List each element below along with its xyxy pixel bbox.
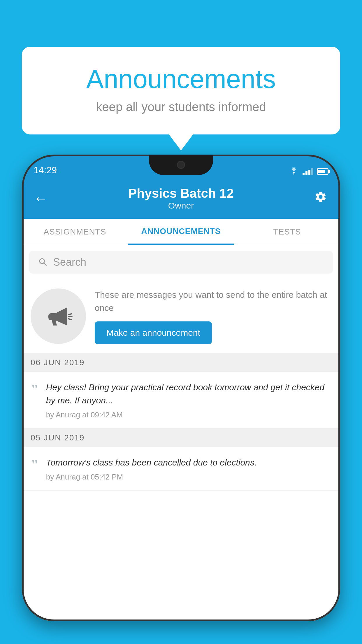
promo-description: These are messages you want to send to t… bbox=[95, 288, 331, 314]
speech-bubble-subtitle: keep all your students informed bbox=[42, 100, 320, 114]
date-separator-1: 06 JUN 2019 bbox=[22, 353, 340, 372]
speech-bubble-container: Announcements keep all your students inf… bbox=[22, 47, 340, 134]
app-content: 14:29 bbox=[22, 155, 340, 621]
search-icon bbox=[38, 257, 48, 267]
date-label-2: 05 JUN 2019 bbox=[31, 433, 85, 442]
announcement-meta-1: by Anurag at 09:42 AM bbox=[46, 410, 331, 419]
announcement-item-2[interactable]: " Tomorrow's class has been cancelled du… bbox=[22, 447, 340, 491]
phone: 14:29 bbox=[22, 155, 340, 621]
tab-announcements[interactable]: ANNOUNCEMENTS bbox=[128, 219, 234, 245]
announcement-body-1: Hey class! Bring your practical record b… bbox=[46, 381, 331, 419]
speech-bubble-title: Announcements bbox=[42, 64, 320, 94]
wifi-icon bbox=[289, 167, 299, 176]
tab-assignments[interactable]: ASSIGNMENTS bbox=[22, 219, 128, 245]
svg-line-0 bbox=[68, 314, 71, 315]
announcement-message-2: Tomorrow's class has been cancelled due … bbox=[46, 456, 331, 469]
promo-right: These are messages you want to send to t… bbox=[95, 288, 331, 344]
announcement-meta-2: by Anurag at 05:42 PM bbox=[46, 473, 331, 482]
svg-line-2 bbox=[68, 319, 71, 320]
announcement-promo: These are messages you want to send to t… bbox=[22, 279, 340, 353]
signal-icon bbox=[303, 168, 313, 175]
tabs-bar: ASSIGNMENTS ANNOUNCEMENTS TESTS bbox=[22, 219, 340, 245]
status-time: 14:29 bbox=[34, 165, 57, 176]
quote-icon-1: " bbox=[31, 382, 39, 419]
settings-button[interactable] bbox=[314, 190, 327, 206]
tab-tests[interactable]: TESTS bbox=[234, 219, 340, 245]
battery-icon bbox=[317, 168, 328, 175]
announcement-message-1: Hey class! Bring your practical record b… bbox=[46, 381, 331, 407]
phone-notch bbox=[149, 155, 213, 175]
date-separator-2: 05 JUN 2019 bbox=[22, 428, 340, 447]
search-bar[interactable]: Search bbox=[29, 251, 333, 274]
search-placeholder: Search bbox=[53, 256, 86, 268]
promo-icon-circle bbox=[31, 288, 86, 344]
announcement-item-1[interactable]: " Hey class! Bring your practical record… bbox=[22, 372, 340, 428]
status-icons bbox=[289, 167, 328, 176]
main-content: Search These bbox=[22, 245, 340, 621]
header-center: Physics Batch 12 Owner bbox=[128, 186, 234, 211]
app-header: ← Physics Batch 12 Owner bbox=[22, 178, 340, 219]
announcement-body-2: Tomorrow's class has been cancelled due … bbox=[46, 456, 331, 482]
battery-fill bbox=[318, 170, 325, 173]
megaphone-icon bbox=[44, 302, 73, 331]
header-subtitle: Owner bbox=[128, 201, 234, 211]
make-announcement-button[interactable]: Make an announcement bbox=[95, 321, 212, 344]
back-button[interactable]: ← bbox=[34, 190, 48, 207]
quote-icon-2: " bbox=[31, 457, 39, 482]
speech-bubble: Announcements keep all your students inf… bbox=[22, 47, 340, 134]
header-title: Physics Batch 12 bbox=[128, 186, 234, 201]
front-camera bbox=[177, 161, 185, 169]
date-label-1: 06 JUN 2019 bbox=[31, 358, 85, 367]
phone-container: 14:29 bbox=[22, 155, 340, 644]
